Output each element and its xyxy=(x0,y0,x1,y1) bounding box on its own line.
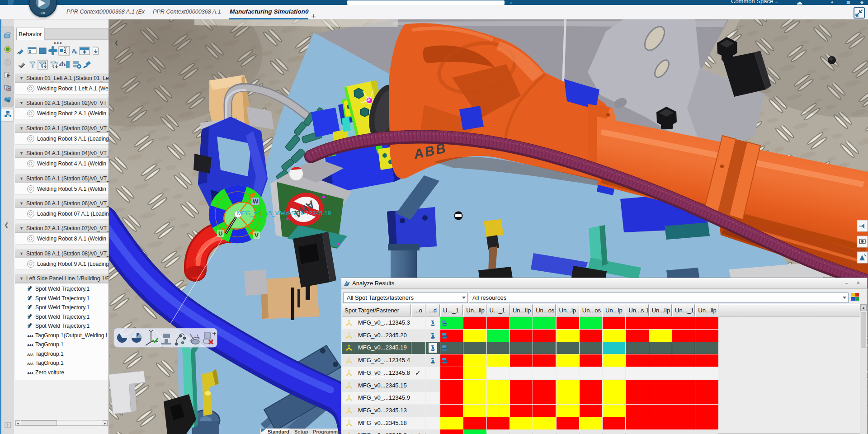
svg-text:Setup: Setup xyxy=(294,429,308,434)
svg-text:Programmin: Programmin xyxy=(313,429,342,434)
svg-text:U: U xyxy=(218,230,222,237)
svg-text:n: n xyxy=(56,61,57,65)
svg-text:MFG_v0_ v5_Weld-Spot-12345.19: MFG_v0_ v5_Weld-Spot-12345.19 xyxy=(237,210,331,217)
svg-text:V: V xyxy=(255,232,259,239)
svg-text:W: W xyxy=(253,198,259,205)
svg-text:1: 1 xyxy=(44,61,47,65)
svg-text:Standard: Standard xyxy=(268,429,289,434)
